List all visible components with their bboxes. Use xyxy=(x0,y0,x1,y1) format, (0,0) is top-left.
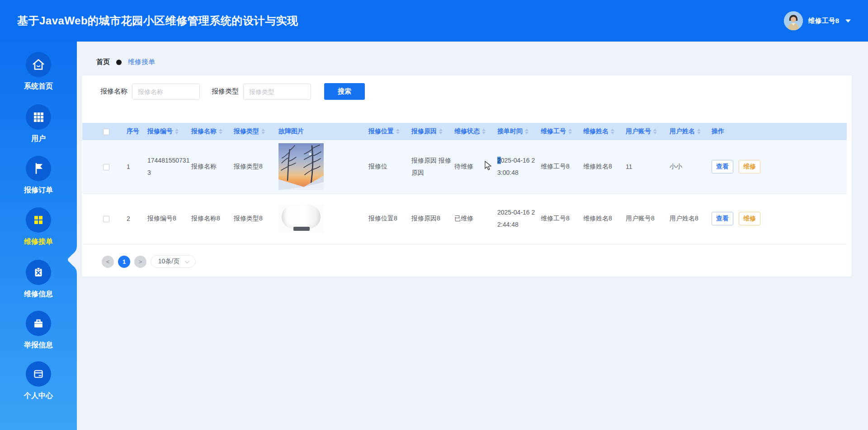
row-checkbox[interactable] xyxy=(103,164,109,170)
col-repair-no[interactable]: 报修编号 xyxy=(147,123,191,140)
cell-user-name: 用户姓名8 xyxy=(670,193,712,244)
breadcrumb-home[interactable]: 首页 xyxy=(96,58,110,66)
app-title: 基于JavaWeb的城市花园小区维修管理系统的设计与实现 xyxy=(17,14,298,28)
active-item-notch xyxy=(67,246,77,274)
grid-3x3-icon xyxy=(32,111,45,123)
repair-name-input[interactable] xyxy=(132,84,200,100)
cell-repair-type: 报修类型8 xyxy=(234,140,278,193)
breadcrumb: 首页 维修接单 xyxy=(96,58,155,66)
search-button[interactable]: 搜索 xyxy=(324,83,365,100)
col-worker-name[interactable]: 维修姓名 xyxy=(583,123,626,140)
table-header-row: 序号 报修编号 报修名称 报修类型 故障图片 报修位置 报修原因 维修状态 接单… xyxy=(82,123,847,140)
cell-worker-name: 维修姓名8 xyxy=(583,193,626,244)
main-content: 首页 维修接单 报修名称 报修类型 搜索 序号 报修编号 xyxy=(77,42,868,430)
cell-user-account: 11 xyxy=(626,140,670,193)
col-actions: 操作 xyxy=(712,123,847,140)
cell-repair-no: 报修编号8 xyxy=(147,193,191,244)
home-icon xyxy=(32,58,45,71)
user-menu[interactable]: 维修工号8 xyxy=(784,11,851,30)
sidebar-nav: 系统首页 用户 报修订单 xyxy=(0,42,77,430)
briefcase-icon xyxy=(32,317,45,330)
cell-repair-name: 报修名称8 xyxy=(191,193,234,244)
cell-worker-no: 维修工号8 xyxy=(541,193,583,244)
flag-icon xyxy=(32,162,45,175)
col-accept-time[interactable]: 接单时间 xyxy=(497,123,541,140)
breadcrumb-current[interactable]: 维修接单 xyxy=(128,58,155,66)
cell-accept-time: 2025-04-16 2 2:44:48 xyxy=(497,193,541,244)
id-card-icon xyxy=(32,368,45,380)
sort-icon[interactable] xyxy=(611,129,614,134)
chevron-down-icon xyxy=(185,259,189,263)
sort-icon[interactable] xyxy=(219,129,222,134)
page-1-button[interactable]: 1 xyxy=(118,256,130,268)
sort-icon[interactable] xyxy=(396,129,400,134)
repair-button[interactable]: 维修 xyxy=(739,160,760,173)
sidebar-item-repair-info[interactable]: 维修信息 xyxy=(0,260,77,299)
cell-index: 1 xyxy=(127,140,147,193)
sidebar-item-repair-accept[interactable]: 维修接单 xyxy=(0,207,77,247)
cell-location: 报修位置8 xyxy=(368,193,411,244)
sort-icon[interactable] xyxy=(261,129,265,134)
col-repair-type[interactable]: 报修类型 xyxy=(234,123,278,140)
page-size-select[interactable]: 10条/页 xyxy=(151,255,196,268)
cell-worker-no: 维修工号8 xyxy=(541,140,583,193)
cell-index: 2 xyxy=(127,193,147,244)
top-header-bar: 基于JavaWeb的城市花园小区维修管理系统的设计与实现 维修工号8 xyxy=(0,0,868,42)
sort-icon[interactable] xyxy=(175,129,179,134)
col-repair-name[interactable]: 报修名称 xyxy=(191,123,234,140)
fault-image-water-heater[interactable] xyxy=(278,205,324,233)
sort-icon[interactable] xyxy=(653,129,657,134)
avatar-photo xyxy=(784,11,803,30)
pagination: < 1 > 10条/页 xyxy=(102,255,196,268)
clipboard-x-icon xyxy=(32,266,45,279)
sidebar-item-system-home[interactable]: 系统首页 xyxy=(0,52,77,91)
cell-location: 报修位 xyxy=(368,140,411,193)
cell-status: 已维修 xyxy=(454,193,497,244)
fault-image-winter-trees[interactable] xyxy=(278,143,324,190)
cell-status: 待维修 xyxy=(454,140,497,193)
repair-type-input[interactable] xyxy=(243,84,311,100)
col-reason[interactable]: 报修原因 xyxy=(411,123,454,140)
table-row: 2 报修编号8 报修名称8 报修类型8 报修位置8 报修原因8 已维修 2025… xyxy=(82,193,847,244)
repair-orders-table: 序号 报修编号 报修名称 报修类型 故障图片 报修位置 报修原因 维修状态 接单… xyxy=(82,123,847,244)
col-user-account[interactable]: 用户账号 xyxy=(626,123,670,140)
col-index: 序号 xyxy=(127,123,147,140)
table-row: 1 174481550731 3 报修名称 报修类型8 xyxy=(82,140,847,193)
sort-icon[interactable] xyxy=(568,129,572,134)
col-fault-image: 故障图片 xyxy=(278,123,368,140)
col-status[interactable]: 维修状态 xyxy=(454,123,497,140)
row-checkbox[interactable] xyxy=(103,216,109,222)
cell-user-name: 小小 xyxy=(670,140,712,193)
cell-user-account: 用户账号8 xyxy=(626,193,670,244)
sidebar-item-report-info[interactable]: 举报信息 xyxy=(0,311,77,350)
sidebar-item-repair-orders[interactable]: 报修订单 xyxy=(0,156,77,195)
repair-type-label: 报修类型 xyxy=(212,87,239,96)
col-worker-no[interactable]: 维修工号 xyxy=(541,123,583,140)
user-name-label: 维修工号8 xyxy=(808,17,839,25)
grid-2x2-icon xyxy=(32,214,45,226)
sort-icon[interactable] xyxy=(482,129,486,134)
next-page-button[interactable]: > xyxy=(134,256,146,268)
repair-button[interactable]: 维修 xyxy=(739,212,760,225)
sidebar-item-personal-center[interactable]: 个人中心 xyxy=(0,361,77,401)
col-user-name[interactable]: 用户姓名 xyxy=(670,123,712,140)
avatar[interactable] xyxy=(784,11,803,30)
sort-icon[interactable] xyxy=(697,129,701,134)
chevron-down-icon xyxy=(845,19,851,23)
content-panel: 报修名称 报修类型 搜索 序号 报修编号 报修名称 报修类型 xyxy=(82,75,852,276)
selected-text: 2 xyxy=(497,157,501,164)
prev-page-button[interactable]: < xyxy=(102,256,114,268)
sort-icon[interactable] xyxy=(439,129,443,134)
cell-repair-type: 报修类型8 xyxy=(234,193,278,244)
cell-reason: 报修原因 报修 原因 xyxy=(411,140,454,193)
col-location[interactable]: 报修位置 xyxy=(368,123,411,140)
cell-worker-name: 维修姓名8 xyxy=(583,140,626,193)
select-all-checkbox[interactable] xyxy=(103,129,109,135)
cell-repair-name: 报修名称 xyxy=(191,140,234,193)
cell-repair-no: 174481550731 3 xyxy=(147,140,191,193)
view-button[interactable]: 查看 xyxy=(712,212,733,225)
sort-icon[interactable] xyxy=(525,129,528,134)
sidebar-item-users[interactable]: 用户 xyxy=(0,104,77,144)
breadcrumb-separator-dot xyxy=(116,60,122,65)
view-button[interactable]: 查看 xyxy=(712,160,733,173)
